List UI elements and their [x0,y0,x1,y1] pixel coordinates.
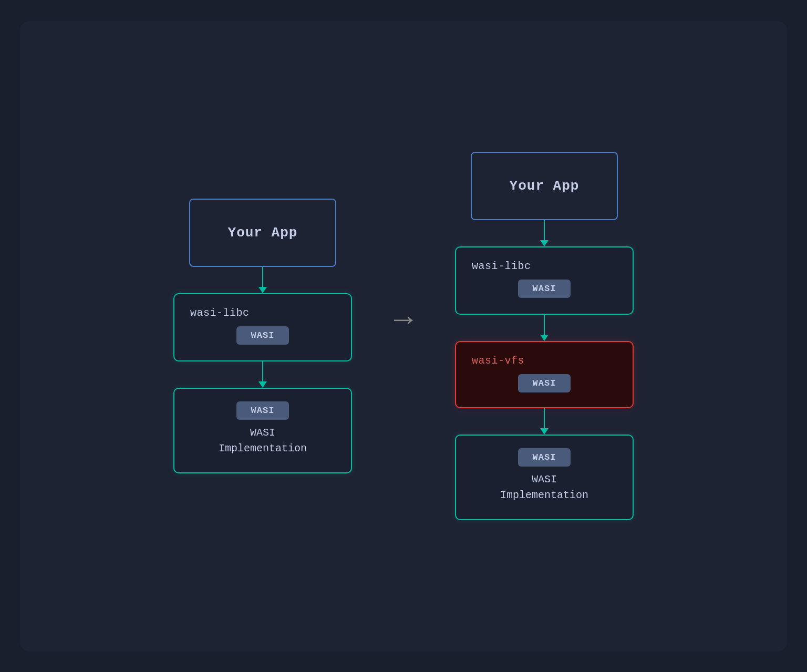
right-wasi-libc-box: wasi-libc WASI [455,246,634,315]
left-wasi-impl-label: WASIImplementation [219,425,307,457]
middle-arrow: → [394,303,413,338]
left-connector-arrow-2 [258,381,267,388]
right-wasi-badge-3: WASI [518,448,571,467]
left-diagram: Your App wasi-libc WASI WASI WASIImpleme… [173,199,352,473]
right-connector-1 [540,220,549,246]
right-wasi-impl-label: WASIImplementation [500,472,588,503]
left-connector-line-1 [262,267,263,287]
right-connector-2 [540,315,549,341]
right-connector-arrow-3 [540,428,549,435]
right-app-label: Your App [510,178,580,194]
right-connector-line-1 [544,220,545,240]
left-wasi-badge-1: WASI [236,326,289,345]
right-wasi-vfs-label: wasi-vfs [472,355,524,367]
left-connector-2 [258,361,267,388]
left-connector-arrow-1 [258,287,267,293]
right-wasi-badge-2: WASI [518,374,571,392]
left-wasi-libc-box: wasi-libc WASI [173,293,352,361]
right-wasi-impl-box: WASI WASIImplementation [455,435,634,520]
right-wasi-vfs-box: wasi-vfs WASI [455,341,634,408]
left-wasi-badge-2: WASI [236,401,289,420]
left-connector-line-2 [262,361,263,381]
right-connector-line-3 [544,408,545,428]
right-wasi-badge-1: WASI [518,280,571,298]
left-app-box: Your App [189,199,336,267]
right-connector-line-2 [544,315,545,335]
diagrams-wrapper: Your App wasi-libc WASI WASI WASIImpleme… [173,152,634,520]
right-connector-arrow-1 [540,240,549,246]
left-wasi-libc-label: wasi-libc [190,307,250,319]
right-connector-3 [540,408,549,435]
left-connector-1 [258,267,267,293]
main-container: Your App wasi-libc WASI WASI WASIImpleme… [20,21,787,652]
right-connector-arrow-2 [540,335,549,341]
left-app-label: Your App [228,225,298,241]
right-app-box: Your App [471,152,618,220]
left-wasi-impl-box: WASI WASIImplementation [173,388,352,473]
right-diagram: Your App wasi-libc WASI wasi-vfs WASI [455,152,634,520]
right-wasi-libc-label: wasi-libc [472,260,531,272]
